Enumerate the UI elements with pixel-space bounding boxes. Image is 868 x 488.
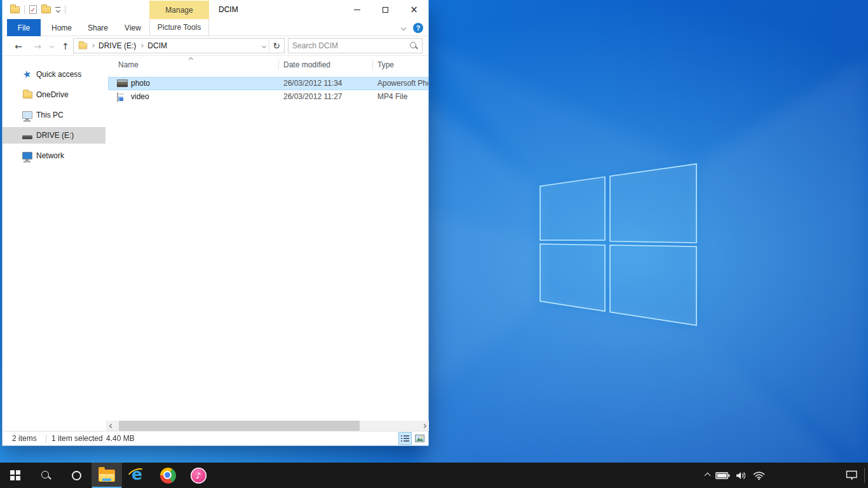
file-date-modified: 26/03/2012 11:34	[283, 77, 342, 90]
wifi-icon[interactable]	[753, 471, 765, 480]
scroll-right-button[interactable]	[419, 421, 429, 431]
chrome-icon	[160, 468, 176, 484]
column-header-name[interactable]: Name	[118, 57, 139, 72]
properties-button[interactable]: ✓	[29, 5, 37, 14]
show-desktop-button[interactable]	[864, 468, 865, 483]
taskbar-file-explorer-button[interactable]	[92, 463, 122, 488]
up-icon: ↑	[62, 41, 69, 51]
customize-qat-button[interactable]	[55, 7, 60, 12]
action-center-icon	[846, 470, 858, 480]
up-button[interactable]: ↑	[58, 36, 72, 56]
column-header-date-modified[interactable]: Date modified	[283, 57, 330, 72]
tab-view[interactable]: View	[118, 19, 147, 36]
volume-icon[interactable]	[736, 471, 747, 480]
column-separator[interactable]	[278, 60, 279, 70]
search-input[interactable]	[288, 41, 409, 50]
main-area: ★ Quick access OneDrive This PC DRIVE (E…	[3, 56, 428, 421]
file-list-pane: Name Date modified Type photo 26/03/2012…	[105, 56, 428, 421]
selection-size: 4.40 MB	[106, 431, 135, 446]
file-type: MP4 File	[377, 90, 428, 104]
maximize-button[interactable]	[371, 0, 400, 19]
file-type: Apowersoft Pho	[377, 77, 428, 90]
address-bar[interactable]: DRIVE (E:) DCIM ↻	[73, 38, 285, 53]
sidebar-item-onedrive[interactable]: OneDrive	[3, 86, 105, 103]
new-folder-button[interactable]	[41, 6, 51, 13]
cortana-circle-icon	[72, 471, 81, 480]
thumbnail-view-button[interactable]	[413, 432, 426, 445]
sidebar-item-quick-access[interactable]: ★ Quick access	[3, 66, 105, 83]
recent-locations-button[interactable]	[47, 36, 56, 56]
qat-separator	[24, 5, 25, 14]
taskbar-buttons: e ♪	[0, 463, 214, 488]
maximize-icon	[383, 7, 388, 13]
qat-separator	[65, 5, 65, 14]
status-divider	[46, 435, 46, 443]
chevron-down-icon	[55, 8, 60, 13]
search-box[interactable]	[288, 38, 423, 53]
file-row-video[interactable]: video 26/03/2012 11:27 MP4 File	[108, 90, 428, 104]
tab-share[interactable]: Share	[83, 19, 113, 36]
cortana-button[interactable]	[61, 463, 92, 488]
battery-icon[interactable]	[715, 471, 730, 480]
column-header-type[interactable]: Type	[377, 57, 394, 72]
back-icon: ←	[15, 41, 22, 51]
help-button[interactable]: ?	[413, 23, 423, 33]
music-note-icon: ♪	[196, 471, 201, 480]
network-icon	[22, 152, 32, 159]
check-icon: ✓	[31, 6, 36, 13]
sidebar-item-label: Quick access	[36, 70, 81, 79]
address-dropdown-icon[interactable]	[262, 43, 266, 48]
taskbar: e ♪	[0, 463, 868, 488]
breadcrumb-dcim[interactable]: DCIM	[146, 41, 168, 50]
chevron-down-icon	[49, 44, 53, 48]
this-pc-monitor-icon	[22, 111, 32, 119]
action-center-button[interactable]	[846, 463, 858, 488]
sidebar-item-label: Network	[36, 151, 64, 160]
drive-icon	[22, 135, 32, 139]
address-bar-row: ← → ↑ DRIVE (E:) DCIM ↻	[3, 36, 428, 56]
sidebar-item-label: OneDrive	[36, 90, 69, 99]
file-explorer-icon	[98, 470, 115, 482]
breadcrumb-drive[interactable]: DRIVE (E:)	[97, 41, 137, 50]
back-button[interactable]: ←	[11, 36, 25, 56]
chrome-button[interactable]	[153, 463, 183, 488]
horizontal-scrollbar[interactable]	[106, 421, 429, 431]
tab-home[interactable]: Home	[47, 19, 76, 36]
sidebar-item-label: This PC	[36, 111, 64, 119]
hidden-icons-chevron-icon[interactable]	[705, 472, 711, 478]
scrollbar-thumb[interactable]	[119, 421, 360, 431]
forward-button[interactable]: →	[31, 36, 44, 56]
expand-ribbon-chevron-icon[interactable]	[401, 25, 406, 30]
sidebar-item-drive-e[interactable]: DRIVE (E:)	[3, 127, 105, 144]
column-separator[interactable]	[372, 60, 373, 70]
file-row-photo[interactable]: photo 26/03/2012 11:34 Apowersoft Pho	[108, 77, 428, 90]
start-button[interactable]	[0, 463, 31, 488]
minimize-button[interactable]	[342, 0, 371, 19]
close-icon: ×	[410, 5, 418, 15]
tab-picture-tools[interactable]: Picture Tools	[149, 19, 209, 36]
sidebar-item-network[interactable]: Network	[3, 147, 105, 164]
sidebar-item-this-pc[interactable]: This PC	[3, 107, 105, 123]
thumbnail-view-icon	[415, 435, 424, 442]
details-view-button[interactable]	[398, 432, 412, 445]
tab-file[interactable]: File	[7, 19, 41, 36]
contextual-group-manage[interactable]: Manage	[149, 1, 209, 19]
photo-thumbnail-icon	[117, 79, 128, 87]
system-tray	[705, 463, 765, 488]
minimize-icon	[354, 10, 360, 10]
taskbar-search-button[interactable]	[31, 463, 61, 488]
scroll-left-button[interactable]	[106, 421, 116, 431]
window-title: DCIM	[219, 0, 238, 19]
windows-logo-icon	[10, 470, 20, 480]
file-date-modified: 26/03/2012 11:27	[283, 90, 342, 104]
forward-icon: →	[34, 41, 41, 51]
close-button[interactable]: ×	[400, 0, 428, 19]
quick-access-toolbar: ✓	[10, 0, 65, 19]
refresh-button[interactable]: ↻	[273, 41, 280, 51]
ribbon-right-controls: ?	[402, 19, 423, 36]
file-explorer-window: ✓ Manage DCIM × File Home Share View	[2, 0, 429, 446]
file-name: video	[131, 90, 149, 104]
internet-explorer-button[interactable]: e	[122, 463, 153, 488]
itunes-icon: ♪	[191, 468, 207, 484]
itunes-button[interactable]: ♪	[183, 463, 214, 488]
